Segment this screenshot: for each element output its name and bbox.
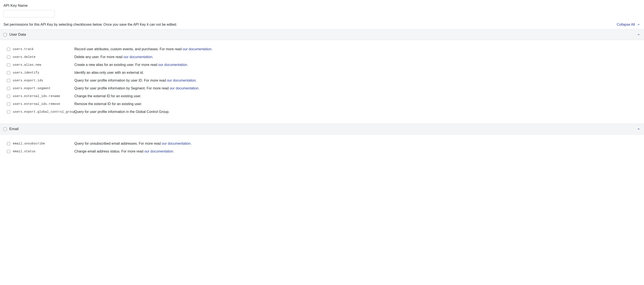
permission-checkbox[interactable] — [7, 103, 10, 106]
chevron-up-icon — [636, 23, 640, 27]
permission-code: email.status — [13, 150, 36, 153]
permission-desc-text: Query for user profile information in th… — [74, 110, 170, 114]
permission-row: users.export.idsQuery for user profile i… — [0, 77, 644, 84]
permission-desc: Query for user profile information by us… — [74, 79, 197, 83]
permission-desc-text: Change email address status. — [74, 149, 121, 153]
permission-checkbox[interactable] — [7, 142, 10, 145]
documentation-link[interactable]: our documentation — [167, 79, 196, 82]
permission-desc-text: Delete any user. — [74, 55, 100, 59]
permission-desc-text: Identify an alias-only user with an exte… — [74, 71, 144, 74]
permission-checkbox[interactable] — [7, 150, 10, 153]
permission-desc-after: . — [173, 149, 174, 153]
permission-desc: Query for unsubscribed email addresses. … — [74, 142, 192, 146]
section-title: Email — [9, 127, 19, 131]
permission-row: users.alias.newCreate a new alias for an… — [0, 61, 644, 69]
permission-desc-text: Remove the external ID for an existing u… — [74, 102, 142, 106]
permission-checkbox[interactable] — [7, 95, 10, 98]
permission-row: users.deleteDelete any user. For more re… — [0, 53, 644, 61]
section-body: email.unsubscribeQuery for unsubscribed … — [0, 134, 644, 163]
read-more-text: For more read — [100, 55, 124, 59]
instructions-text: Set permissions for this API Key by sele… — [4, 23, 177, 27]
permission-desc: Identify an alias-only user with an exte… — [74, 71, 144, 75]
permission-desc-after: . — [152, 55, 153, 59]
section-checkbox[interactable] — [4, 33, 7, 36]
permission-code: users.track — [13, 48, 34, 51]
api-key-name-input[interactable] — [4, 10, 55, 18]
permission-code: users.export.global_control_group — [13, 110, 75, 114]
permission-checkbox[interactable] — [7, 63, 10, 67]
permission-code: email.unsubscribe — [13, 142, 45, 145]
chevron-up-icon[interactable] — [636, 33, 640, 37]
documentation-link[interactable]: our documentation — [144, 149, 173, 153]
permission-checkbox[interactable] — [7, 56, 10, 59]
permission-desc: Query for user profile information in th… — [74, 110, 170, 114]
permission-desc-text: Create a new alias for an existing user. — [74, 63, 135, 67]
permission-row: email.unsubscribeQuery for unsubscribed … — [0, 140, 644, 147]
read-more-text: For more read — [160, 47, 183, 51]
read-more-text: For more read — [135, 63, 158, 67]
permission-desc: Record user attributes, custom events, a… — [74, 47, 212, 51]
section-title: User Data — [9, 33, 26, 37]
permission-code: users.export.segment — [13, 87, 51, 90]
permission-desc-text: Query for user profile information by Se… — [74, 86, 147, 90]
documentation-link[interactable]: our documentation — [158, 63, 187, 67]
permission-row: email.statusChange email address status.… — [0, 147, 644, 155]
permission-desc-text: Query for unsubscribed email addresses. — [74, 142, 139, 145]
read-more-text: For more read — [144, 79, 167, 82]
permission-desc: Remove the external ID for an existing u… — [74, 102, 142, 106]
permission-desc-after: . — [198, 86, 199, 90]
permission-code: users.alias.new — [13, 63, 41, 67]
api-key-name-label: API Key Name — [4, 4, 640, 8]
documentation-link[interactable]: our documentation — [124, 55, 152, 59]
permission-desc-after: . — [212, 47, 212, 51]
permission-desc-after: . — [190, 142, 191, 145]
documentation-link[interactable]: our documentation — [183, 47, 212, 51]
section-header[interactable]: User Data — [0, 29, 644, 40]
permission-desc-after: . — [187, 63, 188, 67]
collapse-all-label: Collapse All — [616, 23, 635, 27]
permission-desc: Change the external ID for an existing u… — [74, 94, 141, 98]
chevron-up-icon[interactable] — [636, 127, 640, 131]
permission-checkbox[interactable] — [7, 71, 10, 74]
documentation-link[interactable]: our documentation — [162, 142, 191, 145]
permission-row: users.export.segmentQuery for user profi… — [0, 84, 644, 92]
read-more-text: For more read — [139, 142, 162, 145]
collapse-all-button[interactable]: Collapse All — [616, 23, 640, 27]
permission-desc-text: Query for user profile information by us… — [74, 79, 144, 82]
permission-desc-text: Change the external ID for an existing u… — [74, 94, 141, 98]
permission-code: users.export.ids — [13, 79, 43, 82]
read-more-text: For more read — [147, 86, 170, 90]
permission-checkbox[interactable] — [7, 79, 10, 82]
permission-desc-text: Record user attributes, custom events, a… — [74, 47, 160, 51]
section-header[interactable]: Email — [0, 124, 644, 134]
permission-desc: Change email address status. For more re… — [74, 149, 174, 153]
permission-code: users.external_ids.remove — [13, 102, 60, 106]
permission-desc: Query for user profile information by Se… — [74, 86, 199, 90]
permission-desc: Create a new alias for an existing user.… — [74, 63, 188, 67]
permission-code: users.external_ids.rename — [13, 94, 60, 98]
documentation-link[interactable]: our documentation — [170, 86, 198, 90]
permission-row: users.external_ids.removeRemove the exte… — [0, 100, 644, 108]
read-more-text: For more read — [121, 149, 144, 153]
section-body: users.trackRecord user attributes, custo… — [0, 40, 644, 124]
permission-checkbox[interactable] — [7, 87, 10, 90]
permission-desc-after: . — [196, 79, 196, 82]
permission-row: users.export.global_control_groupQuery f… — [0, 108, 644, 116]
permission-row: users.external_ids.renameChange the exte… — [0, 92, 644, 100]
permission-row: users.trackRecord user attributes, custo… — [0, 45, 644, 53]
section-checkbox[interactable] — [4, 128, 7, 131]
permission-desc: Delete any user. For more read our docum… — [74, 55, 153, 59]
permission-code: users.delete — [13, 55, 36, 59]
permission-checkbox[interactable] — [7, 110, 10, 114]
permission-checkbox[interactable] — [7, 48, 10, 51]
permission-row: users.identifyIdentify an alias-only use… — [0, 69, 644, 77]
permission-code: users.identify — [13, 71, 39, 74]
